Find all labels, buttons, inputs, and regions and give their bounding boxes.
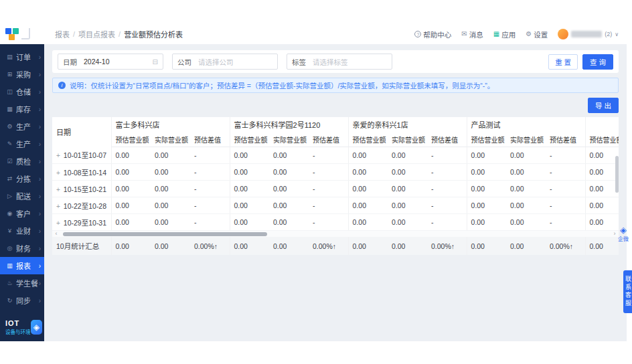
breadcrumb-item-site-reports[interactable]: 项目点报表	[78, 29, 115, 39]
value-cell: -	[427, 197, 467, 214]
iot-icon[interactable]: ◈	[31, 320, 43, 335]
date-filter[interactable]: 日期 2024-10 ⊟	[58, 54, 163, 70]
expand-icon[interactable]: +	[56, 219, 60, 227]
sidebar-item-biz-finance[interactable]: ¥业财›	[0, 222, 44, 240]
sidebar-item-inventory[interactable]: ▦库存›	[0, 100, 44, 118]
chevron-right-icon: ›	[39, 175, 41, 183]
delivery-icon: ▷	[5, 193, 14, 199]
sidebar-item-orders[interactable]: ▤订单›	[0, 48, 44, 66]
search-button[interactable]: 查 询	[582, 54, 613, 70]
scroll-left-icon[interactable]: ‹	[52, 231, 60, 237]
sidebar-item-production-1[interactable]: ⚙生产›	[0, 118, 44, 135]
value-cell: 0.00	[111, 147, 151, 164]
expand-icon[interactable]: +	[56, 169, 60, 177]
store-group-header: 富士多科兴店	[111, 117, 230, 132]
sidebar-item-label: 质检	[16, 156, 39, 167]
breadcrumb-item-reports[interactable]: 报表	[55, 29, 70, 39]
contact-support-button[interactable]: 联系客服	[623, 270, 632, 313]
column-subheader: 预估营业额	[111, 132, 151, 147]
vertical-scrollbar-thumb[interactable]	[615, 156, 619, 193]
sidebar-item-finance[interactable]: ◎财务›	[0, 240, 44, 257]
store-group-header-clipped	[585, 117, 619, 132]
table-row: +10-22至10-280.000.00-0.000.00-0.000.00-0…	[52, 197, 619, 214]
user-name-suffix: (2)	[605, 31, 612, 37]
chevron-right-icon: ›	[39, 158, 41, 165]
chevron-right-icon: ›	[39, 123, 41, 130]
wecom-icon: ◈	[620, 225, 627, 234]
summary-value-cell: 0.00	[269, 237, 309, 255]
sidebar-item-reports[interactable]: ▥报表›	[0, 257, 44, 274]
wecom-float-button[interactable]: ◈ 企微	[615, 225, 631, 242]
tag-filter[interactable]: 标签 请选择标签	[287, 54, 392, 70]
sidebar-item-customers[interactable]: ◉客户›	[0, 205, 44, 222]
info-icon: i	[58, 82, 66, 89]
chevron-right-icon: ›	[39, 88, 41, 96]
value-cell: 0.00	[230, 147, 269, 164]
logo-square-blue	[5, 28, 11, 34]
apps-label: 应用	[501, 29, 516, 39]
company-filter[interactable]: 公司 请选择公司	[172, 54, 278, 70]
report-table-card: 日期富士多科兴店富士多科兴科学园2号1120亲爱的亲科兴1店产品测试预估营业额实…	[52, 117, 619, 255]
chevron-right-icon: ›	[39, 71, 41, 78]
column-subheader: 实际营业额	[269, 132, 309, 147]
sidebar-item-warehouse[interactable]: ◫仓储›	[0, 83, 44, 100]
sidebar-item-sorting[interactable]: ⇄分拣›	[0, 170, 44, 187]
sidebar-menu: ▤订单›⊞采购›◫仓储›▦库存›⚙生产›✎生产›☑质检›⇄分拣›▷配送›◉客户›…	[0, 48, 44, 309]
value-cell: -	[546, 181, 585, 197]
sidebar-item-production-2[interactable]: ✎生产›	[0, 135, 44, 153]
company-filter-label: 公司	[177, 57, 191, 67]
sidebar-item-quality[interactable]: ☑质检›	[0, 153, 44, 170]
user-menu[interactable]: (2) ∨	[558, 29, 619, 39]
value-cell: 0.00	[467, 197, 506, 214]
logo-bracket	[21, 28, 30, 39]
value-cell: -	[309, 197, 348, 214]
row-date-cell: +10-01至10-07	[52, 147, 111, 164]
sidebar-item-label: 财务	[16, 243, 39, 254]
sidebar-item-purchase[interactable]: ⊞采购›	[0, 66, 44, 83]
expand-icon[interactable]: +	[56, 203, 60, 210]
sidebar-item-delivery[interactable]: ▷配送›	[0, 187, 44, 205]
value-cell: 0.00	[388, 197, 427, 214]
sidebar-item-label: 采购	[16, 69, 39, 80]
sidebar-item-sync[interactable]: ↻同步›	[0, 292, 44, 309]
row-date-cell: +10-22至10-28	[52, 197, 111, 214]
column-subheader: 预估差值	[427, 132, 467, 147]
summary-value-cell: 0.00	[585, 237, 619, 255]
horizontal-scrollbar[interactable]: ‹ ›	[52, 231, 619, 237]
value-cell: 0.00	[348, 147, 388, 164]
value-cell: -	[309, 181, 348, 197]
expand-icon[interactable]: +	[56, 152, 60, 159]
scrollbar-thumb[interactable]	[63, 232, 267, 236]
sidebar-item-student-meal[interactable]: ♨学生餐›	[0, 274, 44, 292]
summary-value-cell: 0.00	[230, 237, 269, 255]
orders-icon: ▤	[5, 54, 14, 60]
app-window: 报表 / 项目点报表 / 营业额预估分析表 ? 帮助中心 ✉ 消息 ▦ 应用 ⚙…	[0, 24, 627, 341]
store-group-header: 亲爱的亲科兴1店	[348, 117, 467, 132]
export-button[interactable]: 导 出	[588, 98, 619, 113]
tag-filter-label: 标签	[292, 57, 306, 67]
sidebar-item-label: 分拣	[16, 173, 39, 184]
value-cell: -	[427, 214, 467, 231]
expand-icon[interactable]: +	[56, 186, 60, 193]
breadcrumb-separator: /	[73, 30, 75, 38]
messages-link[interactable]: ✉ 消息	[461, 29, 483, 39]
breadcrumb-separator: /	[118, 30, 121, 38]
scrollbar-track[interactable]	[60, 231, 611, 237]
column-subheader: 预估营业额	[230, 132, 269, 147]
breadcrumb: 报表 / 项目点报表 / 营业额预估分析表	[55, 29, 183, 39]
sync-icon: ↻	[5, 297, 14, 304]
sidebar-item-label: 报表	[16, 260, 39, 271]
iot-title: IOT	[5, 319, 31, 327]
column-subheader: 预估差值	[309, 132, 348, 147]
reset-button[interactable]: 重 置	[548, 54, 578, 70]
value-cell: 0.00	[467, 181, 506, 197]
settings-link[interactable]: ⚙ 设置	[526, 29, 548, 39]
value-cell: 0.00	[388, 147, 427, 164]
value-cell: 0.00	[388, 181, 427, 197]
value-cell: 0.00	[585, 197, 619, 214]
value-cell: 0.00	[348, 214, 388, 231]
app-logo[interactable]	[5, 27, 40, 41]
apps-link[interactable]: ▦ 应用	[493, 29, 516, 39]
quality-icon: ☑	[5, 158, 14, 165]
help-center-link[interactable]: ? 帮助中心	[414, 29, 451, 39]
